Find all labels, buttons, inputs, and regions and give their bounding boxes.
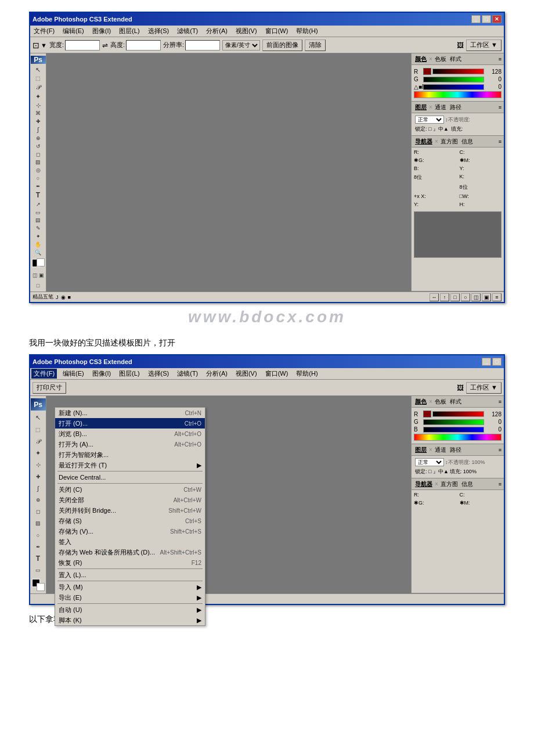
menu-revert[interactable]: 恢复 (R) F12 xyxy=(55,557,205,568)
r-slider-2[interactable] xyxy=(432,411,484,417)
tool-notes[interactable]: ✎ xyxy=(32,225,45,232)
tool-slice[interactable]: ⌘ xyxy=(32,110,45,117)
unit-select[interactable]: 像素/英寸 xyxy=(222,40,260,51)
tool-shape-2[interactable]: ▭ xyxy=(32,565,45,576)
tool-marquee[interactable]: ⬚ xyxy=(32,75,45,82)
tool-type[interactable]: T xyxy=(32,190,45,200)
tool-blur[interactable]: ◎ xyxy=(32,167,45,174)
tab-styles[interactable]: 样式 xyxy=(449,55,463,63)
tool-move-2[interactable]: ↖ xyxy=(32,412,45,423)
tab-navigator[interactable]: 导航器 xyxy=(414,138,434,146)
color-swatch[interactable] xyxy=(32,259,45,267)
tool-mask[interactable]: ◫ xyxy=(32,269,38,281)
tool-lasso[interactable]: 𝒫 xyxy=(32,83,45,92)
tab-paths[interactable]: 路径 xyxy=(449,103,463,111)
menu-help-2[interactable]: 帮助(H) xyxy=(294,369,320,379)
layers-panel-menu-icon-2[interactable]: ≡ xyxy=(499,447,501,453)
menu-window-1[interactable]: 窗口(W) xyxy=(263,26,291,36)
menu-view-2[interactable]: 视图(V) xyxy=(233,369,259,379)
g-slider-2[interactable] xyxy=(423,419,484,425)
layers-panel-menu-icon[interactable]: ≡ xyxy=(499,105,501,110)
tab-histogram[interactable]: 直方图 xyxy=(439,138,459,146)
tab-info[interactable]: 信息 xyxy=(460,138,474,146)
menu-analyze-2[interactable]: 分析(A) xyxy=(204,369,230,379)
tool-pen-2[interactable]: ✒ xyxy=(32,541,45,552)
menu-image-2[interactable]: 图像(I) xyxy=(90,369,113,379)
tool-eraser[interactable]: ◻ xyxy=(32,150,45,158)
print-size-btn[interactable]: 打印尺寸 xyxy=(33,382,66,394)
menu-edit-2[interactable]: 编辑(E) xyxy=(60,369,86,379)
tool-path-select[interactable]: ↗ xyxy=(32,200,45,208)
menu-open[interactable]: 打开 (O)... Ctrl+O xyxy=(55,418,205,429)
menu-help-1[interactable]: 帮助(H) xyxy=(294,26,320,36)
tool-brush-2[interactable]: ∫ xyxy=(32,483,45,494)
menu-image-1[interactable]: 图像(I) xyxy=(90,26,113,36)
color-spectrum-2[interactable] xyxy=(414,434,501,441)
menu-place[interactable]: 置入 (L)... xyxy=(55,570,205,580)
g-slider[interactable] xyxy=(423,77,484,82)
info-panel-menu-icon-2[interactable]: ≡ xyxy=(499,481,501,487)
menu-import[interactable]: 导入 (M) ▶ xyxy=(55,582,205,592)
menu-checkin[interactable]: 签入 xyxy=(55,537,205,547)
tool-lasso-2[interactable]: 𝒫 xyxy=(32,435,45,447)
tool-screen[interactable]: ▣ xyxy=(38,269,44,281)
tool-gradient-2[interactable]: ▨ xyxy=(32,518,45,529)
tab-color-2[interactable]: 颜色 xyxy=(414,398,428,406)
tool-dodge-2[interactable]: ○ xyxy=(32,530,45,541)
menu-edit-1[interactable]: 编辑(E) xyxy=(60,26,86,36)
tool-shape[interactable]: ▭ xyxy=(32,208,45,216)
maximize-btn-2[interactable]: □ xyxy=(492,358,501,366)
tool-clone[interactable]: ⊕ xyxy=(32,134,45,142)
menu-layer-1[interactable]: 图层(L) xyxy=(117,26,142,36)
blend-mode-select-2[interactable]: 正常 xyxy=(415,458,444,466)
tab-swatches-2[interactable]: 色板 xyxy=(434,398,448,406)
tool-history-brush[interactable]: ↺ xyxy=(32,142,45,150)
tab-channels[interactable]: 通道 xyxy=(434,103,448,111)
tool-hand[interactable]: ✋ xyxy=(32,240,45,248)
tool-magic-wand-2[interactable]: ✦ xyxy=(32,448,45,459)
status-icon-7[interactable]: ≡ xyxy=(492,293,501,301)
tool-pen[interactable]: ✒ xyxy=(32,182,45,190)
r-slider[interactable] xyxy=(432,69,484,74)
background-color[interactable] xyxy=(37,258,45,267)
menu-layer-2[interactable]: 图层(L) xyxy=(117,369,142,379)
b-slider[interactable] xyxy=(423,84,484,90)
menu-export[interactable]: 导出 (E) ▶ xyxy=(55,592,205,603)
menu-scripts[interactable]: 脚本 (K) ▶ xyxy=(55,615,205,625)
maximize-btn-1[interactable]: □ xyxy=(482,15,491,23)
height-input[interactable] xyxy=(126,40,161,51)
tab-navigator-2[interactable]: 导航器 xyxy=(414,480,434,488)
menu-automate[interactable]: 自动 (U) ▶ xyxy=(55,604,205,615)
tool-healing[interactable]: ✚ xyxy=(32,118,45,125)
front-image-btn[interactable]: 前面的图像 xyxy=(262,39,302,51)
status-icon-6[interactable]: ▣ xyxy=(482,293,491,301)
tool-type-2[interactable]: T xyxy=(32,553,45,564)
minimize-btn-2[interactable]: _ xyxy=(482,358,491,366)
menu-select-1[interactable]: 选择(S) xyxy=(146,26,172,36)
close-btn-1[interactable]: ✕ xyxy=(492,15,501,23)
tool-dodge[interactable]: ○ xyxy=(32,175,45,182)
minimize-btn-1[interactable]: _ xyxy=(471,15,481,23)
tab-swatches[interactable]: 色板 xyxy=(434,55,448,63)
status-icon-2[interactable]: ↑ xyxy=(440,293,449,301)
clear-btn[interactable]: 清除 xyxy=(305,39,326,51)
info-panel-menu-icon[interactable]: ≡ xyxy=(499,139,501,145)
tab-styles-2[interactable]: 样式 xyxy=(449,398,463,406)
tab-layers[interactable]: 图层 xyxy=(414,103,428,111)
width-input[interactable] xyxy=(65,40,100,51)
color-spectrum[interactable] xyxy=(414,91,501,98)
tool-crop-2[interactable]: ⊹ xyxy=(32,459,45,470)
menu-close-bridge[interactable]: 关闭并转到 Bridge... Shift+Ctrl+W xyxy=(55,505,205,516)
menu-filter-2[interactable]: 滤镜(T) xyxy=(175,369,200,379)
tool-zoom[interactable]: 🔍 xyxy=(32,249,45,256)
menu-open-as[interactable]: 打开为 (A)... Alt+Ctrl+O xyxy=(55,439,205,449)
tool-crop[interactable]: ⊹ xyxy=(32,102,45,109)
workspace-btn-2[interactable]: 工作区 ▼ xyxy=(466,382,501,394)
tab-color[interactable]: 颜色 xyxy=(414,55,428,63)
menu-device-central[interactable]: Device Central... xyxy=(55,472,205,483)
tab-paths-2[interactable]: 路径 xyxy=(449,446,463,454)
menu-file-2[interactable]: 文件(F) xyxy=(31,369,57,379)
tab-channels-2[interactable]: 通道 xyxy=(434,446,448,454)
tool-magic-wand[interactable]: ✦ xyxy=(32,92,45,101)
tab-histogram-2[interactable]: 直方图 xyxy=(439,480,459,488)
